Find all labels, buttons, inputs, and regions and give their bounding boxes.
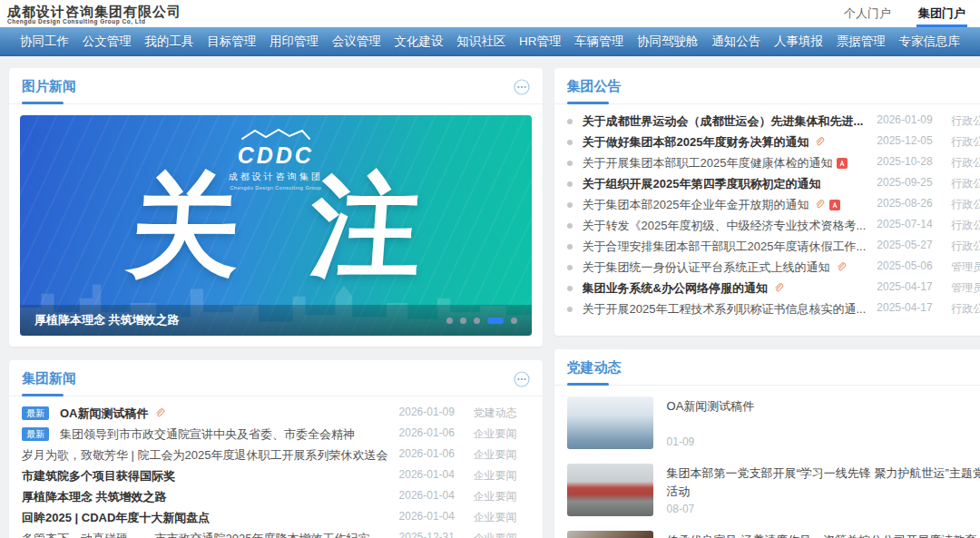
paperclip-icon xyxy=(813,199,825,210)
nav-item[interactable]: 公文管理 xyxy=(83,34,132,50)
news-carousel-slide[interactable]: CDDC 成都设计咨询集团 Chengdu Design Consulting … xyxy=(20,115,532,336)
announcement-date: 2025-04-17 xyxy=(877,280,938,296)
announcement-date: 2025-10-28 xyxy=(877,155,938,171)
party-news-item[interactable]: 传承优良家风 涵养清廉作风—咨策总控分公司开展廉洁教育 xyxy=(567,531,980,538)
carousel-dot[interactable] xyxy=(487,318,504,324)
announcement-title: 关于开展集团本部职工2025年度健康体检的通知 xyxy=(583,155,833,171)
news-main: 最新 OA新闻测试稿件 xyxy=(22,406,388,422)
nav-item[interactable]: 用印管理 xyxy=(270,34,318,50)
announcement-row[interactable]: 集团业务系统&办公网络停服的通知 2025-04-17 管理员通知 xyxy=(567,278,980,298)
bullet-icon xyxy=(567,181,573,187)
announcement-category: 行政公告 xyxy=(951,134,980,150)
group-news-card: 集团新闻 最新 OA新闻测试稿件 2026-01-09 党建动态 最新 集团领导… xyxy=(9,360,543,538)
news-category: 企业要闻 xyxy=(474,468,530,484)
news-row[interactable]: 岁月为歌，致敬芳华 | 院工会为2025年度退休职工开展系列荣休欢送会 2026… xyxy=(22,445,530,465)
announcement-row[interactable]: 关于转发《2025年度初级、中级经济专业技术资格考... 2025-07-14 … xyxy=(567,215,980,236)
news-category: 企业要闻 xyxy=(474,426,530,442)
news-date: 2026-01-06 xyxy=(399,426,461,442)
news-title: 岁月为歌，致敬芳华 | 院工会为2025年度退休职工开展系列荣休欢送会 xyxy=(22,447,388,464)
news-main: 市建筑院多个项目获得国际奖 xyxy=(22,468,388,484)
news-date: 2025-12-31 xyxy=(399,531,461,538)
announcement-row[interactable]: 关于做好集团本部2025年度财务决算的通知 2025-12-05 行政公告 xyxy=(567,132,980,152)
nav-item[interactable]: 目标管理 xyxy=(207,34,256,50)
new-badge: 最新 xyxy=(22,427,49,441)
more-icon[interactable] xyxy=(514,371,530,387)
announcement-title: 关于合理安排集团本部干部职工2025年度请休假工作... xyxy=(583,239,867,255)
announcement-title: 关于转发《2025年度初级、中级经济专业技术资格考... xyxy=(583,218,867,234)
announcement-category: 行政公告 xyxy=(951,218,980,233)
announcement-date: 2025-04-17 xyxy=(877,301,938,317)
news-row[interactable]: 多管齐下，动真碰硬 ——市市政交通院2025年度降本增效工作纪实 2025-12… xyxy=(22,528,530,538)
news-row[interactable]: 厚植降本理念 共筑增效之路 2026-01-04 企业要闻 xyxy=(22,486,530,507)
party-news-item[interactable]: OA新闻测试稿件 01-09 xyxy=(567,396,980,449)
announcement-row[interactable]: 关于合理安排集团本部干部职工2025年度请休假工作... 2025-05-27 … xyxy=(567,236,980,257)
announcement-row[interactable]: 关于集团本部2025年企业年金开放期的通知 2025-08-26 行政公告 xyxy=(567,194,980,215)
announcement-main: 关于开展集团本部职工2025年度健康体检的通知 xyxy=(567,155,867,171)
nav-item[interactable]: 文化建设 xyxy=(395,34,444,50)
company-logo: 成都设计咨询集团有限公司 Chengdu Design Consulting G… xyxy=(7,3,181,25)
announcement-category: 行政公告 xyxy=(951,197,980,212)
section-title: 集团新闻 xyxy=(22,370,76,387)
nav-item[interactable]: 我的工具 xyxy=(145,34,194,50)
news-date: 2026-01-04 xyxy=(399,489,461,504)
portal-link[interactable]: 集团门户 xyxy=(918,0,965,27)
nav-item[interactable]: 知识社区 xyxy=(456,34,505,50)
bullet-icon xyxy=(567,223,573,229)
announcement-title: 关于集团统一身份认证平台系统正式上线的通知 xyxy=(583,259,830,276)
news-row[interactable]: 最新 集团领导到市市政交通院宣讲中央及省委、市委全会精神 2026-01-06 … xyxy=(22,424,530,445)
party-news-text: 集团本部第一党支部开展“学习一线先锋 聚力护航世运”主题党日活动 08-07 xyxy=(667,464,980,516)
announcement-row[interactable]: 关于成都世界运动会（成都世运会）先进集体和先进... 2026-01-09 行政… xyxy=(567,111,980,132)
announcement-row[interactable]: 关于组织开展2025年第四季度职称初定的通知 2025-09-25 行政公告 xyxy=(567,173,980,194)
announcement-main: 关于成都世界运动会（成都世运会）先进集体和先进... xyxy=(567,113,867,130)
news-row[interactable]: 回眸2025 | CDAD年度十大新闻盘点 2026-01-04 企业要闻 xyxy=(22,507,530,528)
nav-item[interactable]: 协同工作 xyxy=(20,34,69,50)
party-news-text: OA新闻测试稿件 01-09 xyxy=(667,396,980,449)
banner-headline: 关 注 xyxy=(20,168,532,284)
nav-item[interactable]: 专家信息库 xyxy=(899,34,961,50)
nav-item[interactable]: 通知公告 xyxy=(711,34,760,50)
news-row[interactable]: 最新 OA新闻测试稿件 2026-01-09 党建动态 xyxy=(22,403,530,424)
announcements-list: 关于成都世界运动会（成都世运会）先进集体和先进... 2026-01-09 行政… xyxy=(554,104,980,328)
news-category: 党建动态 xyxy=(474,406,530,421)
announcement-row[interactable]: 关于集团统一身份认证平台系统正式上线的通知 2025-05-06 管理员通知 xyxy=(567,257,980,278)
party-news-date: 01-09 xyxy=(667,435,980,448)
announcement-main: 关于做好集团本部2025年度财务决算的通知 xyxy=(567,134,867,151)
nav-item[interactable]: 票据管理 xyxy=(837,34,886,50)
carousel-dot[interactable] xyxy=(511,318,517,324)
announcement-title: 关于组织开展2025年第四季度职称初定的通知 xyxy=(583,176,821,192)
news-row[interactable]: 市建筑院多个项目获得国际奖 2026-01-04 企业要闻 xyxy=(22,465,530,486)
announcement-meta: 2025-07-14 行政公告 xyxy=(877,218,980,233)
party-news-item[interactable]: 集团本部第一党支部开展“学习一线先锋 聚力护航世运”主题党日活动 08-07 xyxy=(567,464,980,516)
announcement-row[interactable]: 关于开展集团本部职工2025年度健康体检的通知 2025-10-28 行政公告 xyxy=(567,152,980,173)
more-icon[interactable] xyxy=(514,79,530,95)
carousel-dot[interactable] xyxy=(446,318,453,324)
announcement-title: 集团业务系统&办公网络停服的通知 xyxy=(583,280,768,297)
paperclip-icon xyxy=(813,136,825,148)
portal-link[interactable]: 个人门户 xyxy=(844,0,891,27)
news-main: 最新 集团领导到市市政交通院宣讲中央及省委、市委全会精神 xyxy=(22,426,388,443)
carousel-dot[interactable] xyxy=(460,318,466,324)
nav-item[interactable]: 协同驾驶舱 xyxy=(637,34,699,50)
announcement-row[interactable]: 关于开展2025年工程技术系列职称证书信息核实的通... 2025-04-17 … xyxy=(567,298,980,319)
nav-item[interactable]: 人事填报 xyxy=(774,34,823,50)
carousel-dot[interactable] xyxy=(474,318,480,324)
nav-item[interactable]: HR管理 xyxy=(519,34,562,50)
bullet-icon xyxy=(567,202,573,208)
announcement-category: 管理员通知 xyxy=(951,259,980,275)
news-title: 市建筑院多个项目获得国际奖 xyxy=(22,468,175,484)
nav-item[interactable]: 会议管理 xyxy=(332,34,381,50)
announcement-meta: 2026-01-09 行政公告 xyxy=(877,113,980,129)
section-title: 图片新闻 xyxy=(22,78,76,95)
news-main: 岁月为歌，致敬芳华 | 院工会为2025年度退休职工开展系列荣休欢送会 xyxy=(22,447,388,464)
news-meta: 2025-12-31 企业要闻 xyxy=(399,531,530,538)
announcement-category: 行政公告 xyxy=(951,301,980,317)
news-date: 2026-01-06 xyxy=(399,447,461,463)
nav-item[interactable]: 车辆管理 xyxy=(574,34,623,50)
announcement-date: 2025-12-05 xyxy=(877,134,938,150)
news-meta: 2026-01-06 企业要闻 xyxy=(399,426,530,442)
news-date: 2026-01-04 xyxy=(399,468,461,484)
announcement-category: 行政公告 xyxy=(951,113,980,129)
banner-caption[interactable]: 厚植降本理念 共筑增效之路 xyxy=(34,312,180,328)
news-meta: 2026-01-06 企业要闻 xyxy=(399,447,530,463)
party-news-title: OA新闻测试稿件 xyxy=(667,397,980,416)
